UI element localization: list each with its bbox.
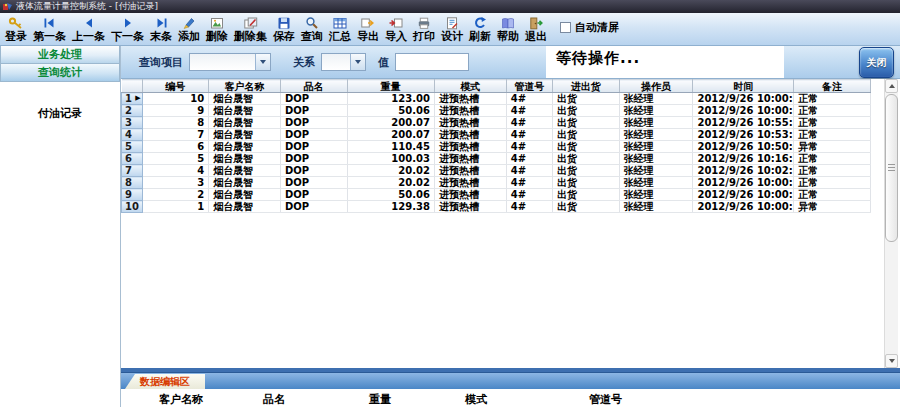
cell-weight[interactable]: 50.06 bbox=[347, 105, 434, 117]
toolbar-button-print[interactable]: 打印 bbox=[410, 13, 438, 44]
toolbar-button-refresh[interactable]: 刷新 bbox=[466, 13, 494, 44]
cell-direction[interactable]: 出货 bbox=[552, 201, 619, 213]
table-row[interactable]: 65烟台晟智DOP100.03进预热槽4#出货张经理2012/9/26 10:1… bbox=[122, 153, 871, 165]
table-row[interactable]: 47烟台晟智DOP200.07进预热槽4#出货张经理2012/9/26 10:5… bbox=[122, 129, 871, 141]
cell-customer[interactable]: 烟台晟智 bbox=[209, 141, 281, 153]
cell-weight[interactable]: 20.02 bbox=[347, 165, 434, 177]
column-header-operator[interactable]: 操作员 bbox=[619, 80, 693, 93]
toolbar-button-export[interactable]: 导出 bbox=[354, 13, 382, 44]
cell-operator[interactable]: 张经理 bbox=[619, 117, 693, 129]
cell-note[interactable]: 正常 bbox=[793, 105, 870, 117]
cell-mode[interactable]: 进预热槽 bbox=[434, 201, 506, 213]
cell-id[interactable]: 5 bbox=[142, 153, 209, 165]
cell-operator[interactable]: 张经理 bbox=[619, 93, 693, 105]
column-header-pipeline[interactable]: 管道号 bbox=[506, 80, 552, 93]
table-row[interactable]: 101烟台晟智DOP129.38进预热槽4#出货张经理2012/9/26 10:… bbox=[122, 201, 871, 213]
row-number[interactable]: 8 bbox=[122, 177, 143, 189]
cell-id[interactable]: 8 bbox=[142, 117, 209, 129]
cell-note[interactable]: 正常 bbox=[793, 129, 870, 141]
column-header-customer[interactable]: 客户名称 bbox=[209, 80, 281, 93]
cell-note[interactable]: 正常 bbox=[793, 165, 870, 177]
chevron-down-icon[interactable] bbox=[255, 54, 270, 70]
cell-pipeline[interactable]: 4# bbox=[506, 201, 552, 213]
sidebar-section-query-stats[interactable]: 查询统计 bbox=[0, 64, 120, 82]
cell-customer[interactable]: 烟台晟智 bbox=[209, 165, 281, 177]
cell-weight[interactable]: 20.02 bbox=[347, 177, 434, 189]
row-number[interactable]: 10 bbox=[122, 201, 143, 213]
toolbar-button-design[interactable]: 设计 bbox=[438, 13, 466, 44]
cell-product[interactable]: DOP bbox=[281, 165, 348, 177]
cell-weight[interactable]: 129.38 bbox=[347, 201, 434, 213]
toolbar-button-add[interactable]: 添加 bbox=[175, 13, 203, 44]
row-number[interactable]: 1▶ bbox=[122, 93, 143, 105]
table-row[interactable]: 29烟台晟智DOP50.06进预热槽4#出货张经理2012/9/26 10:00… bbox=[122, 105, 871, 117]
cell-direction[interactable]: 出货 bbox=[552, 189, 619, 201]
sidebar-item-fuel-records[interactable]: 付油记录 bbox=[0, 106, 120, 121]
cell-operator[interactable]: 张经理 bbox=[619, 201, 693, 213]
column-header-weight[interactable]: 重量 bbox=[347, 80, 434, 93]
cell-pipeline[interactable]: 4# bbox=[506, 189, 552, 201]
cell-customer[interactable]: 烟台晟智 bbox=[209, 153, 281, 165]
table-row[interactable]: 1▶10烟台晟智DOP123.00进预热槽4#出货张经理2012/9/26 10… bbox=[122, 93, 871, 105]
cell-id[interactable]: 7 bbox=[142, 129, 209, 141]
toolbar-button-query[interactable]: 查询 bbox=[298, 13, 326, 44]
toolbar-button-delete-set[interactable]: 删除集 bbox=[231, 13, 270, 44]
cell-pipeline[interactable]: 4# bbox=[506, 153, 552, 165]
cell-id[interactable]: 6 bbox=[142, 141, 209, 153]
cell-time[interactable]: 2012/9/26 10:00:34 bbox=[693, 93, 794, 105]
cell-weight[interactable]: 50.06 bbox=[347, 189, 434, 201]
toolbar-button-help[interactable]: 帮助 bbox=[494, 13, 522, 44]
cell-note[interactable]: 正常 bbox=[793, 177, 870, 189]
cell-direction[interactable]: 出货 bbox=[552, 141, 619, 153]
cell-id[interactable]: 3 bbox=[142, 177, 209, 189]
toolbar-button-login[interactable]: 登录 bbox=[2, 13, 30, 44]
cell-direction[interactable]: 出货 bbox=[552, 129, 619, 141]
relation-select[interactable] bbox=[321, 53, 366, 71]
cell-customer[interactable]: 烟台晟智 bbox=[209, 201, 281, 213]
value-input[interactable] bbox=[395, 53, 469, 71]
toolbar-button-next[interactable]: 下一条 bbox=[108, 13, 147, 44]
cell-time[interactable]: 2012/9/26 10:00:34 bbox=[693, 189, 794, 201]
cell-mode[interactable]: 进预热槽 bbox=[434, 129, 506, 141]
table-row[interactable]: 92烟台晟智DOP50.06进预热槽4#出货张经理2012/9/26 10:00… bbox=[122, 189, 871, 201]
cell-note[interactable]: 异常 bbox=[793, 201, 870, 213]
cell-mode[interactable]: 进预热槽 bbox=[434, 177, 506, 189]
cell-operator[interactable]: 张经理 bbox=[619, 141, 693, 153]
chevron-down-icon[interactable] bbox=[350, 54, 365, 70]
cell-operator[interactable]: 张经理 bbox=[619, 189, 693, 201]
cell-note[interactable]: 正常 bbox=[793, 117, 870, 129]
cell-note[interactable]: 正常 bbox=[793, 189, 870, 201]
cell-id[interactable]: 9 bbox=[142, 105, 209, 117]
tab-data-editor[interactable]: 数据编辑区 bbox=[125, 374, 205, 389]
toolbar-button-last[interactable]: 末条 bbox=[147, 13, 175, 44]
toolbar-button-summary[interactable]: 汇总 bbox=[326, 13, 354, 44]
cell-pipeline[interactable]: 4# bbox=[506, 117, 552, 129]
cell-pipeline[interactable]: 4# bbox=[506, 105, 552, 117]
toolbar-button-exit[interactable]: 退出 bbox=[522, 13, 550, 44]
cell-product[interactable]: DOP bbox=[281, 129, 348, 141]
row-number[interactable]: 4 bbox=[122, 129, 143, 141]
cell-customer[interactable]: 烟台晟智 bbox=[209, 93, 281, 105]
cell-product[interactable]: DOP bbox=[281, 105, 348, 117]
cell-direction[interactable]: 出货 bbox=[552, 93, 619, 105]
cell-time[interactable]: 2012/9/26 10:02:57 bbox=[693, 165, 794, 177]
row-number[interactable]: 3 bbox=[122, 117, 143, 129]
scroll-up-icon[interactable] bbox=[885, 79, 898, 93]
cell-mode[interactable]: 进预热槽 bbox=[434, 93, 506, 105]
cell-time[interactable]: 2012/9/26 10:50:40 bbox=[693, 141, 794, 153]
column-header-id[interactable]: 编号 bbox=[142, 80, 209, 93]
cell-direction[interactable]: 出货 bbox=[552, 153, 619, 165]
cell-time[interactable]: 2012/9/26 10:00:51 bbox=[693, 177, 794, 189]
cell-id[interactable]: 4 bbox=[142, 165, 209, 177]
cell-product[interactable]: DOP bbox=[281, 141, 348, 153]
cell-product[interactable]: DOP bbox=[281, 201, 348, 213]
cell-mode[interactable]: 进预热槽 bbox=[434, 153, 506, 165]
auto-clear-checkbox[interactable] bbox=[560, 22, 571, 33]
cell-product[interactable]: DOP bbox=[281, 117, 348, 129]
column-header-mode[interactable]: 模式 bbox=[434, 80, 506, 93]
cell-time[interactable]: 2012/9/26 10:00:34 bbox=[693, 105, 794, 117]
cell-customer[interactable]: 烟台晟智 bbox=[209, 105, 281, 117]
cell-product[interactable]: DOP bbox=[281, 189, 348, 201]
cell-weight[interactable]: 100.03 bbox=[347, 153, 434, 165]
cell-mode[interactable]: 进预热槽 bbox=[434, 117, 506, 129]
